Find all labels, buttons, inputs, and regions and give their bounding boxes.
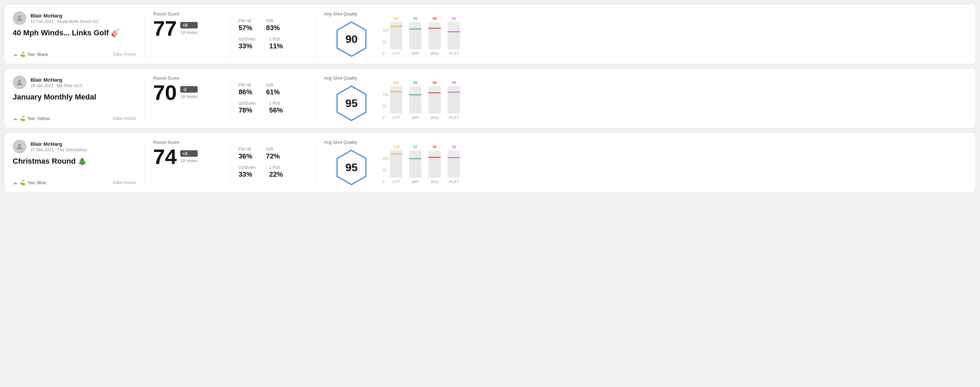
- bar-fill: [409, 30, 422, 49]
- one-putt-value: 56%: [269, 106, 283, 114]
- gir-label: GIR: [266, 147, 280, 152]
- updown-value: 33%: [239, 42, 255, 50]
- one-putt-value: 11%: [269, 42, 283, 50]
- user-info: Blair McHarg 27 Dec 2021 · The Oxfordshi…: [13, 140, 136, 153]
- stats-section: FW Hit 57% GIR 83% Up/Down 33% 1 Putt 11…: [239, 11, 307, 57]
- stat-fw-hit: FW Hit 86%: [239, 82, 252, 96]
- user-name: Blair McHarg: [30, 77, 83, 82]
- bar-line: [448, 157, 460, 158]
- hexagon: 95: [336, 86, 367, 121]
- bar-axis-label: PUTT: [449, 51, 459, 56]
- bar-fill: [409, 159, 422, 178]
- user-date: 29 Jan 2022 · Mill Ride GCC: [30, 83, 83, 88]
- bar-line: [390, 26, 402, 27]
- chart-section: 100 50 0 101 OTT 86 APP: [379, 76, 967, 121]
- fw-hit-value: 86%: [239, 88, 252, 96]
- stat-one-putt: 1 Putt 56%: [269, 101, 283, 114]
- round-title: 40 Mph Winds... Links Golf 🎸: [13, 29, 136, 37]
- score-section: Round Score 77 +5 18 Holes: [153, 11, 222, 57]
- holes-text: 18 Holes: [180, 30, 198, 35]
- bar-wrapper: [409, 86, 422, 114]
- stat-fw-hit: FW Hit 57%: [239, 19, 252, 32]
- divider: [315, 140, 316, 185]
- gir-value: 61%: [266, 88, 280, 96]
- bag-icon: ⛳: [19, 116, 25, 121]
- fw-hit-value: 57%: [239, 24, 252, 32]
- bar-axis-label: PUTT: [449, 116, 459, 120]
- round-title: Christmas Round 🎄: [13, 157, 136, 166]
- gir-value: 83%: [266, 24, 280, 32]
- round-score-label: Round Score: [153, 76, 222, 81]
- hexagon-container: 95: [324, 86, 379, 121]
- stat-fw-hit: FW Hit 36%: [239, 147, 252, 160]
- bar-wrapper: [428, 22, 441, 49]
- stats-row-top: FW Hit 36% GIR 72%: [239, 147, 307, 160]
- chart-section: 100 50 0 110 OTT 87 APP: [379, 140, 967, 185]
- avatar: [13, 140, 26, 153]
- user-details: Blair McHarg 29 Jan 2022 · Mill Ride GCC: [30, 77, 83, 88]
- holes-text: 18 Holes: [180, 94, 198, 99]
- bar-group-arg: 96 ARG: [428, 81, 441, 120]
- data-source: Data: Arccos: [113, 180, 136, 185]
- quality-section: Avg Shot Quality 95: [324, 140, 379, 185]
- avg-shot-quality-label: Avg Shot Quality: [324, 76, 357, 81]
- avg-shot-quality-label: Avg Shot Quality: [324, 11, 357, 16]
- stats-row-top: FW Hit 57% GIR 83%: [239, 19, 307, 32]
- avatar: [13, 76, 26, 89]
- updown-label: Up/Down: [239, 101, 255, 106]
- gir-label: GIR: [266, 19, 280, 23]
- one-putt-value: 22%: [269, 171, 283, 178]
- bar-wrapper: [409, 22, 422, 49]
- bar-line: [428, 92, 441, 93]
- tee-info: ☁ ⛳ Tee: Yellow: [13, 116, 50, 121]
- score-section: Round Score 74 +2 18 Holes: [153, 140, 222, 185]
- stats-row-bottom: Up/Down 33% 1 Putt 11%: [239, 37, 307, 50]
- bar-line: [428, 157, 441, 158]
- score-number: 77: [153, 18, 177, 39]
- bar-group-app: 86 APP: [409, 81, 422, 120]
- bar-value: 107: [393, 16, 399, 21]
- bag-icon: ⛳: [19, 51, 25, 57]
- score-badge-group: +5 18 Holes: [180, 22, 198, 35]
- bar-axis-label: ARG: [430, 116, 439, 120]
- score-number: 74: [153, 146, 177, 167]
- avg-shot-quality-label: Avg Shot Quality: [324, 140, 357, 145]
- bar-fill: [390, 27, 402, 49]
- bar-value: 98: [433, 16, 437, 21]
- bar-fill: [448, 158, 460, 178]
- bottom-info: ☁ ⛳ Tee: Black Data: Arccos: [13, 51, 136, 57]
- bar-axis-label: ARG: [430, 51, 439, 56]
- stats-row-bottom: Up/Down 78% 1 Putt 56%: [239, 101, 307, 114]
- bar-fill: [390, 92, 402, 114]
- bar-group-app: 95 APP: [409, 16, 422, 56]
- bar-axis-label: OTT: [392, 51, 400, 56]
- bar-group-ott: 110 OTT: [390, 145, 402, 184]
- bar-group-arg: 98 ARG: [428, 16, 441, 56]
- fw-hit-label: FW Hit: [239, 147, 252, 152]
- round-card: Blair McHarg 29 Jan 2022 · Mill Ride GCC…: [4, 68, 976, 128]
- bar-group-ott: 107 OTT: [390, 16, 402, 56]
- cloud-icon: ☁: [13, 180, 18, 185]
- bar-fill: [390, 154, 402, 178]
- bar-line: [390, 91, 402, 92]
- round-card: Blair McHarg 12 Feb 2022 · Royal North D…: [4, 4, 976, 64]
- avatar: [13, 11, 26, 25]
- data-source: Data: Arccos: [113, 52, 136, 57]
- user-name: Blair McHarg: [30, 141, 87, 147]
- stat-one-putt: 1 Putt 11%: [269, 37, 283, 50]
- bar-fill: [428, 93, 441, 114]
- gir-value: 72%: [266, 152, 280, 160]
- gir-label: GIR: [266, 82, 280, 87]
- quality-section: Avg Shot Quality 90: [324, 11, 379, 57]
- bar-line: [448, 92, 460, 93]
- bar-line: [390, 153, 402, 154]
- bar-axis-label: OTT: [392, 116, 400, 120]
- bar-axis-label: APP: [412, 116, 419, 120]
- score-badge-group: -2 18 Holes: [180, 86, 198, 99]
- bar-value: 93: [452, 145, 456, 149]
- user-name: Blair McHarg: [30, 13, 99, 19]
- score-badge-group: +2 18 Holes: [180, 150, 198, 163]
- cloud-icon: ☁: [13, 51, 18, 57]
- stat-gir: GIR 72%: [266, 147, 280, 160]
- bar-wrapper: [448, 22, 460, 49]
